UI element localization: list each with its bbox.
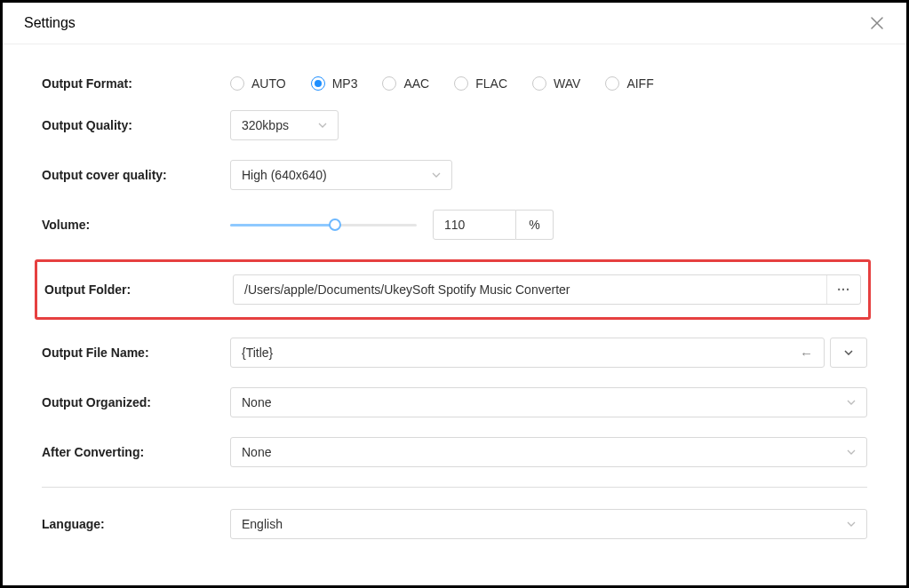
slider-fill <box>230 224 335 226</box>
slider-thumb[interactable] <box>329 219 341 231</box>
radio-format-mp3[interactable]: MP3 <box>311 76 358 91</box>
radio-circle-icon <box>532 76 546 91</box>
radio-format-aac[interactable]: AAC <box>382 76 429 91</box>
radio-circle-icon <box>230 76 244 91</box>
select-after-converting[interactable]: None <box>230 437 867 467</box>
radio-label: WAV <box>554 76 580 91</box>
radio-format-auto[interactable]: AUTO <box>230 76 286 91</box>
section-divider <box>42 487 867 488</box>
label-output-quality: Output Quality: <box>42 118 230 132</box>
row-cover-quality: Output cover quality: High (640x640) <box>42 160 867 190</box>
output-folder-input[interactable] <box>234 275 826 304</box>
radio-label: MP3 <box>332 76 358 91</box>
radio-circle-icon <box>382 76 396 91</box>
radio-format-flac[interactable]: FLAC <box>454 76 507 91</box>
settings-content: Output Format: AUTO MP3 AAC FLAC WAV <box>3 44 906 576</box>
row-output-folder: Output Folder: ··· <box>37 274 861 305</box>
browse-folder-button[interactable]: ··· <box>826 275 860 304</box>
dialog-title: Settings <box>24 15 76 31</box>
volume-suffix: % <box>516 210 554 240</box>
row-output-organized: Output Organized: None <box>42 387 867 417</box>
radio-format-aiff[interactable]: AIFF <box>605 76 653 91</box>
label-output-filename: Output File Name: <box>42 346 230 360</box>
volume-slider[interactable] <box>230 218 417 232</box>
select-value: 320kbps <box>242 118 289 132</box>
row-output-format: Output Format: AUTO MP3 AAC FLAC WAV <box>42 76 867 91</box>
radio-label: FLAC <box>475 76 507 91</box>
radio-label: AUTO <box>251 76 286 91</box>
filename-dropdown-button[interactable] <box>830 338 867 368</box>
label-output-format: Output Format: <box>42 76 230 91</box>
label-volume: Volume: <box>42 218 230 232</box>
label-output-organized: Output Organized: <box>42 395 230 409</box>
output-folder-field: ··· <box>233 274 861 305</box>
radio-format-wav[interactable]: WAV <box>532 76 580 91</box>
close-button[interactable] <box>869 15 885 31</box>
select-language[interactable]: English <box>230 509 867 539</box>
label-after-converting: After Converting: <box>42 445 230 459</box>
close-icon <box>871 17 883 29</box>
label-cover-quality: Output cover quality: <box>42 168 230 182</box>
format-radio-group: AUTO MP3 AAC FLAC WAV AIFF <box>230 76 867 91</box>
label-output-folder: Output Folder: <box>44 282 233 297</box>
chevron-down-icon <box>844 350 853 355</box>
select-value: None <box>242 395 271 409</box>
row-after-converting: After Converting: None <box>42 437 867 467</box>
backspace-icon[interactable]: ← <box>800 346 813 361</box>
chevron-down-icon <box>847 449 856 455</box>
chevron-down-icon <box>847 521 856 527</box>
output-filename-input[interactable]: {Title} ← <box>230 338 825 368</box>
row-output-quality: Output Quality: 320kbps <box>42 110 867 140</box>
row-volume: Volume: % <box>42 210 867 240</box>
select-value: None <box>242 445 271 459</box>
volume-input[interactable] <box>433 210 516 240</box>
radio-label: AAC <box>403 76 429 91</box>
label-language: Language: <box>42 517 230 531</box>
ellipsis-icon: ··· <box>837 282 850 297</box>
row-output-filename: Output File Name: {Title} ← <box>42 338 867 368</box>
radio-label: AIFF <box>626 76 653 91</box>
select-output-quality[interactable]: 320kbps <box>230 110 339 140</box>
radio-circle-icon <box>311 76 325 91</box>
filename-value: {Title} <box>242 346 273 360</box>
radio-circle-icon <box>605 76 619 91</box>
row-language: Language: English <box>42 509 867 539</box>
output-folder-highlight: Output Folder: ··· <box>35 259 871 320</box>
select-output-organized[interactable]: None <box>230 387 867 417</box>
select-value: High (640x640) <box>242 168 327 182</box>
select-value: English <box>242 517 283 531</box>
chevron-down-icon <box>847 400 856 405</box>
radio-circle-icon <box>454 76 468 91</box>
dialog-header: Settings <box>3 3 906 44</box>
chevron-down-icon <box>318 123 327 128</box>
chevron-down-icon <box>432 172 441 178</box>
select-cover-quality[interactable]: High (640x640) <box>230 160 452 190</box>
